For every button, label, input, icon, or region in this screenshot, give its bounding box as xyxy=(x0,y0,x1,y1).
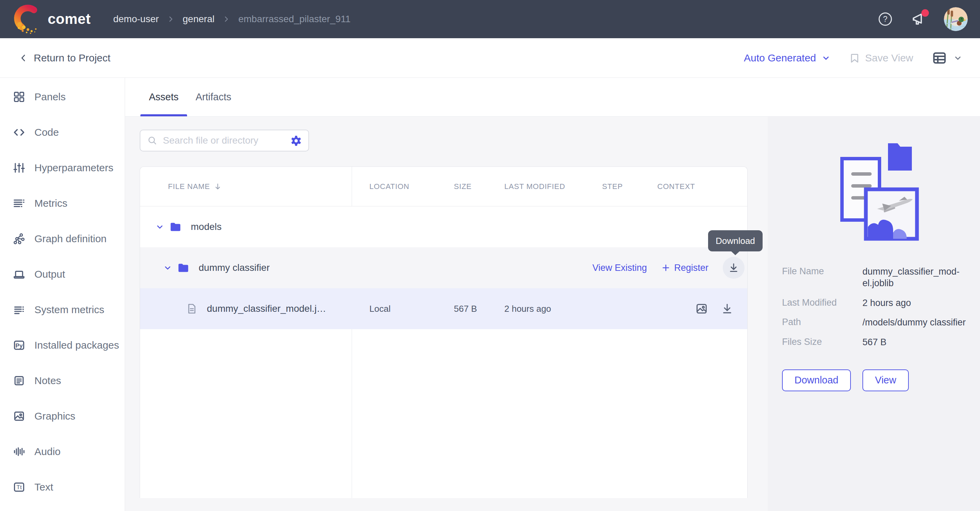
save-view-button[interactable]: Save View xyxy=(849,52,913,64)
breadcrumb-project[interactable]: general xyxy=(183,14,214,25)
comet-logo[interactable]: comet xyxy=(12,3,91,35)
view-selector-dropdown[interactable]: Auto Generated xyxy=(744,52,830,64)
main-column: Assets Artifacts xyxy=(125,78,980,511)
sidebar-item-graph-definition[interactable]: Graph definition xyxy=(0,221,125,257)
laptop-icon xyxy=(13,268,25,281)
tab-artifacts[interactable]: Artifacts xyxy=(187,78,240,116)
file-illustration-graphic xyxy=(827,133,922,242)
column-header-step[interactable]: STEP xyxy=(597,182,648,191)
sidebar-item-label: System metrics xyxy=(34,304,104,316)
folder-link-models[interactable]: models xyxy=(191,221,221,232)
file-details-panel: File Name dummy_classifier_mod- el.jobli… xyxy=(768,117,980,511)
metrics-icon xyxy=(13,197,25,210)
top-nav-bar: comet demo-user general embarrassed_pila… xyxy=(0,0,980,38)
return-to-project-link[interactable]: Return to Project xyxy=(19,52,110,64)
return-label: Return to Project xyxy=(34,52,110,64)
sidebar-item-code[interactable]: Code xyxy=(0,115,125,150)
file-name-cell: dummy_classifier_model.j… xyxy=(140,303,352,315)
detail-value-path: /models/dummy classifier xyxy=(862,317,966,329)
search-icon xyxy=(147,136,158,146)
sliders-icon xyxy=(13,161,25,174)
detail-label-last-modified: Last Modified xyxy=(782,297,862,308)
folder-icon xyxy=(177,261,190,274)
breadcrumb: demo-user general embarrassed_pilaster_9… xyxy=(113,14,351,25)
sidebar-item-label: Notes xyxy=(34,375,61,386)
asset-tabs: Assets Artifacts xyxy=(125,78,980,117)
assets-table: FILE NAME LOCATION SIZE LAST MODIFIED ST… xyxy=(140,166,748,498)
download-button[interactable]: Download xyxy=(782,369,851,391)
sidebar-item-label: Text xyxy=(34,481,53,493)
detail-buttons: Download View xyxy=(782,369,966,391)
collapse-chevron-icon[interactable] xyxy=(163,263,172,272)
toolbar-right: Auto Generated Save View xyxy=(744,50,962,66)
svg-text:Py: Py xyxy=(15,342,23,349)
sidebar-item-audio[interactable]: Audio xyxy=(0,434,125,469)
sidebar-item-metrics[interactable]: Metrics xyxy=(0,185,125,221)
bookmark-icon xyxy=(849,52,861,64)
preview-image-icon[interactable] xyxy=(695,302,708,316)
breadcrumb-workspace[interactable]: demo-user xyxy=(113,14,159,25)
chevron-down-icon xyxy=(822,54,830,62)
svg-text:Tt: Tt xyxy=(16,484,22,490)
system-metrics-icon xyxy=(13,303,25,316)
column-header-location[interactable]: LOCATION xyxy=(352,182,447,191)
audio-icon xyxy=(13,445,25,458)
collapse-chevron-icon[interactable] xyxy=(155,222,164,231)
chevron-right-icon xyxy=(223,15,230,23)
announcements-icon[interactable] xyxy=(910,11,926,27)
column-header-file-name[interactable]: FILE NAME xyxy=(140,182,352,191)
column-header-last-modified[interactable]: LAST MODIFIED xyxy=(498,182,597,191)
chevron-right-icon xyxy=(167,15,175,23)
layout-view-switcher[interactable] xyxy=(932,50,962,66)
table-row-models: models xyxy=(140,206,747,247)
project-toolbar: Return to Project Auto Generated Save Vi… xyxy=(0,38,980,78)
plus-icon xyxy=(661,263,671,273)
gear-icon xyxy=(290,134,302,147)
download-folder-button[interactable] xyxy=(723,257,745,279)
folder-name-cell: dummy classifier xyxy=(140,261,352,274)
image-icon xyxy=(13,410,25,423)
sidebar-item-installed-packages[interactable]: Py Installed packages xyxy=(0,327,125,363)
panels-icon xyxy=(13,90,25,103)
assets-table-area: FILE NAME LOCATION SIZE LAST MODIFIED ST… xyxy=(125,117,768,511)
tab-assets[interactable]: Assets xyxy=(140,78,187,116)
file-link-dummy-classifier-model[interactable]: dummy_classifier_model.j… xyxy=(207,303,326,314)
column-header-size[interactable]: SIZE xyxy=(447,182,498,191)
sidebar-item-system-metrics[interactable]: System metrics xyxy=(0,292,125,327)
table-header-row: FILE NAME LOCATION SIZE LAST MODIFIED ST… xyxy=(140,167,747,206)
file-detail-fields: File Name dummy_classifier_mod- el.jobli… xyxy=(782,266,966,348)
sidebar-item-output[interactable]: Output xyxy=(0,257,125,292)
detail-label-file-name: File Name xyxy=(782,266,862,277)
content-area: Panels Code Hyperparameters Metrics Grap… xyxy=(0,78,980,511)
user-avatar[interactable] xyxy=(944,7,968,31)
view-button[interactable]: View xyxy=(862,369,909,391)
view-existing-link[interactable]: View Existing xyxy=(592,263,647,273)
detail-label-files-size: Files Size xyxy=(782,337,862,347)
folder-link-dummy-classifier[interactable]: dummy classifier xyxy=(199,262,269,273)
column-header-context[interactable]: CONTEXT xyxy=(648,182,747,191)
sidebar-item-label: Panels xyxy=(34,91,66,103)
logo-wordmark: comet xyxy=(48,11,91,27)
sidebar-item-notes[interactable]: Notes xyxy=(0,363,125,398)
cell-last-modified: 2 hours ago xyxy=(498,303,597,314)
row-actions: View Existing Register xyxy=(592,247,745,288)
download-icon xyxy=(728,262,740,273)
sidebar-item-graphics[interactable]: Graphics xyxy=(0,398,125,434)
search-settings-button[interactable] xyxy=(290,134,302,147)
breadcrumb-experiment[interactable]: embarrassed_pilaster_911 xyxy=(238,14,350,25)
file-preview-illustration xyxy=(782,133,966,242)
detail-value-file-name: dummy_classifier_mod- el.joblib xyxy=(862,266,966,289)
download-file-icon[interactable] xyxy=(721,302,733,315)
save-view-label: Save View xyxy=(865,52,913,64)
experiment-sidebar: Panels Code Hyperparameters Metrics Grap… xyxy=(0,78,125,511)
sidebar-item-panels[interactable]: Panels xyxy=(0,79,125,115)
help-icon[interactable]: ? xyxy=(878,11,893,27)
register-link[interactable]: Register xyxy=(661,263,708,273)
sidebar-item-label: Installed packages xyxy=(34,339,119,351)
code-icon xyxy=(13,126,25,139)
sidebar-item-hyperparameters[interactable]: Hyperparameters xyxy=(0,150,125,185)
sidebar-item-label: Hyperparameters xyxy=(34,162,113,174)
search-input[interactable] xyxy=(163,135,285,146)
sidebar-item-text[interactable]: Tt Text xyxy=(0,469,125,505)
sidebar-item-label: Metrics xyxy=(34,198,67,209)
